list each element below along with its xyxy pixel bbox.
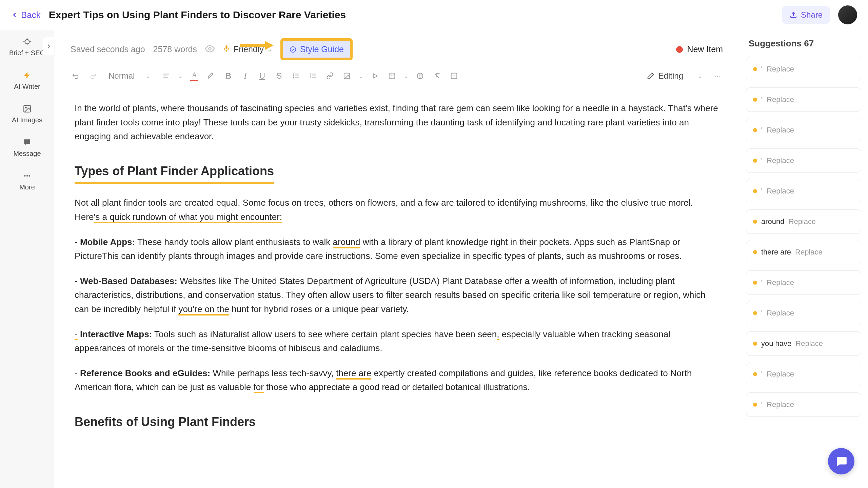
suggestion-item[interactable]: you have Replace xyxy=(746,331,861,356)
editing-mode-select[interactable]: Editing ⌄ xyxy=(647,71,703,81)
strikethrough-button[interactable]: S xyxy=(274,70,284,81)
ordered-list-button[interactable]: 123 xyxy=(308,70,318,81)
sidebar: Brief + SEO AI Writer AI Images Message xyxy=(0,30,54,488)
bullet-list-button[interactable] xyxy=(291,70,301,81)
paragraph[interactable]: In the world of plants, where thousands … xyxy=(75,101,719,144)
red-dot-icon xyxy=(676,46,683,53)
svg-point-38 xyxy=(421,75,421,75)
heading[interactable]: Types of Plant Finder Applications xyxy=(75,161,274,184)
svg-point-7 xyxy=(25,107,26,108)
suggestion-item[interactable]: ' Replace xyxy=(746,87,861,112)
document-content[interactable]: In the world of plants, where thousands … xyxy=(54,89,739,458)
user-avatar[interactable] xyxy=(838,5,857,24)
heading[interactable]: Benefits of Using Plant Finders xyxy=(75,412,256,433)
suggestions-heading: Suggestions 67 xyxy=(746,38,861,49)
dot-icon xyxy=(753,189,757,193)
chevron-down-icon: ⌄ xyxy=(697,72,703,80)
svg-point-20 xyxy=(293,76,294,76)
list-ul-icon xyxy=(292,72,300,80)
suggestion-item[interactable]: ' Replace xyxy=(746,57,861,81)
suggestion-item[interactable]: around Replace xyxy=(746,209,861,234)
underline-button[interactable]: U xyxy=(257,70,268,81)
suggestion-item[interactable]: ' Replace xyxy=(746,362,861,386)
svg-point-8 xyxy=(24,175,25,177)
image-dropdown[interactable]: ⌄ xyxy=(358,72,363,80)
target-icon xyxy=(22,37,32,46)
dot-icon xyxy=(753,128,757,132)
clear-formatting-button[interactable] xyxy=(432,70,442,81)
paragraph[interactable]: - Interactive Maps: Tools such as iNatur… xyxy=(75,327,719,355)
sidebar-item-label: Message xyxy=(13,150,41,158)
list-ol-icon: 123 xyxy=(309,72,317,80)
image-insert-button[interactable] xyxy=(341,70,352,81)
svg-text:3: 3 xyxy=(310,76,311,79)
tone-selector[interactable]: Friendly ⌄ xyxy=(223,44,272,54)
saved-status: Saved seconds ago xyxy=(71,44,145,54)
paragraph-style-select[interactable]: Normal ⌄ xyxy=(104,69,155,83)
undo-button[interactable] xyxy=(71,70,81,81)
new-item-button[interactable]: New Item xyxy=(676,44,723,54)
suggestion-action: Replace xyxy=(767,309,794,318)
suggestion-item[interactable]: there are Replace xyxy=(746,240,861,264)
word-count: 2578 words xyxy=(153,44,197,54)
paragraph[interactable]: - Web-Based Databases: Websites like The… xyxy=(75,274,719,317)
highlight-button[interactable] xyxy=(206,70,217,81)
chevron-down-icon: ⌄ xyxy=(267,46,272,53)
sidebar-expand-button[interactable] xyxy=(43,37,55,56)
eye-icon xyxy=(205,44,215,54)
sidebar-item-label: More xyxy=(19,183,35,191)
chat-bubble-button[interactable] xyxy=(828,448,854,474)
chevron-left-icon xyxy=(11,11,18,19)
paragraph[interactable]: - Mobile Apps: These handy tools allow p… xyxy=(75,235,719,263)
table-button[interactable] xyxy=(387,70,397,81)
share-button[interactable]: Share xyxy=(782,6,830,24)
align-button[interactable] xyxy=(161,70,172,81)
suggestion-item[interactable]: ' Replace xyxy=(746,179,861,203)
suggestion-item[interactable]: ' Replace xyxy=(746,148,861,173)
sidebar-item-ai-images[interactable]: AI Images xyxy=(12,104,42,124)
suggestion-item[interactable]: ' Replace xyxy=(746,301,861,325)
style-guide-button[interactable]: Style Guide xyxy=(280,38,353,60)
suggestion-item[interactable]: ' Replace xyxy=(746,270,861,295)
sidebar-item-ai-writer[interactable]: AI Writer xyxy=(14,70,40,90)
chevron-right-icon xyxy=(45,43,52,50)
suggestion-word: ' xyxy=(761,156,763,165)
undo-icon xyxy=(72,72,80,80)
italic-button[interactable]: I xyxy=(240,70,251,81)
paragraph[interactable]: - Reference Books and eGuides: While per… xyxy=(75,366,719,394)
bold-button[interactable]: B xyxy=(223,70,234,81)
more-tools-button[interactable]: ⋯ xyxy=(712,70,723,81)
suggestion-item[interactable]: ' Replace xyxy=(746,118,861,142)
dot-icon xyxy=(753,250,757,254)
dot-icon xyxy=(753,311,757,315)
sidebar-item-message[interactable]: Message xyxy=(13,138,41,158)
text-color-button[interactable]: A xyxy=(189,70,200,81)
status-bar: Saved seconds ago 2578 words Friendly ⌄ xyxy=(54,30,739,66)
align-dropdown[interactable]: ⌄ xyxy=(178,72,183,80)
sidebar-item-more[interactable]: More xyxy=(19,171,35,191)
align-left-icon xyxy=(162,72,170,80)
dot-icon xyxy=(753,403,757,407)
visibility-toggle[interactable] xyxy=(205,44,215,55)
back-button[interactable]: Back xyxy=(11,10,41,20)
suggestion-action: Replace xyxy=(767,370,794,379)
paragraph[interactable]: Not all plant finder tools are created e… xyxy=(75,196,719,224)
editing-mode-label: Editing xyxy=(658,71,683,81)
emoji-button[interactable] xyxy=(415,70,426,81)
svg-point-1 xyxy=(25,40,29,44)
redo-button[interactable] xyxy=(87,70,98,81)
document-title[interactable]: Expert Tips on Using Plant Finders to Di… xyxy=(49,9,774,21)
sidebar-item-brief-seo[interactable]: Brief + SEO xyxy=(9,37,45,57)
dot-icon xyxy=(753,281,757,285)
svg-point-9 xyxy=(26,175,28,177)
insert-block-button[interactable] xyxy=(449,70,459,81)
svg-point-19 xyxy=(293,74,294,75)
pencil-icon xyxy=(647,72,654,80)
table-dropdown[interactable]: ⌄ xyxy=(403,72,409,80)
svg-point-21 xyxy=(293,78,294,78)
suggestion-action: Replace xyxy=(795,339,823,348)
video-button[interactable] xyxy=(370,70,380,81)
suggestion-item[interactable]: ' Replace xyxy=(746,392,861,417)
link-button[interactable] xyxy=(324,70,335,81)
dot-icon xyxy=(753,220,757,224)
